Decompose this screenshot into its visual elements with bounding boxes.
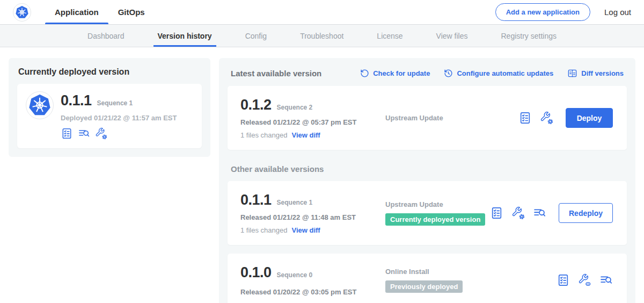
view-diff-link[interactable]: View diff <box>291 131 320 139</box>
top-nav: Application GitOps Add a new application… <box>0 0 644 25</box>
version-source-label: Online Install <box>385 268 557 276</box>
diff-versions-label: Diff versions <box>581 69 624 77</box>
kubernetes-logo-icon <box>28 93 52 117</box>
refresh-icon <box>360 69 369 78</box>
add-application-button[interactable]: Add a new application <box>495 3 590 21</box>
release-notes-icon[interactable] <box>61 127 73 140</box>
config-icon[interactable] <box>540 111 553 125</box>
app-sub-nav: Dashboard Version history Config Trouble… <box>0 25 644 47</box>
top-tabs: Application GitOps <box>45 0 155 24</box>
deployed-version-number: 0.1.1 <box>61 92 92 109</box>
diff-versions-link[interactable]: Diff versions <box>567 68 624 78</box>
version-number: 0.1.0 <box>240 264 272 281</box>
deployed-version-card: 0.1.1 Sequence 1 Deployed 01/21/22 @ 11:… <box>17 84 202 148</box>
config-icon[interactable] <box>511 206 525 220</box>
files-changed-label: 1 files changed <box>240 131 287 139</box>
released-timestamp: Released 01/21/22 @ 05:37 pm EST <box>240 118 379 126</box>
diff-icon <box>567 68 577 78</box>
config-icon[interactable] <box>95 127 107 140</box>
other-versions-title: Other available versions <box>231 164 624 174</box>
configure-automatic-updates-link[interactable]: Configure automatic updates <box>444 69 553 78</box>
tab-application[interactable]: Application <box>45 0 108 24</box>
version-number: 0.1.2 <box>240 97 272 113</box>
subnav-troubleshoot[interactable]: Troubleshoot <box>299 25 345 47</box>
subnav-registry-settings[interactable]: Registry settings <box>500 25 558 47</box>
check-for-update-label: Check for update <box>373 69 430 77</box>
version-number: 0.1.1 <box>240 192 272 208</box>
configure-automatic-updates-label: Configure automatic updates <box>457 69 553 77</box>
release-notes-icon[interactable] <box>518 111 532 125</box>
version-source-label: Upstream Update <box>385 200 490 208</box>
version-card-0-1-2: 0.1.2 Sequence 2 Released 01/21/22 @ 05:… <box>228 86 627 150</box>
version-card-0-1-0: 0.1.0 Sequence 0 Released 01/20/22 @ 03:… <box>228 254 627 303</box>
released-timestamp: Released 01/20/22 @ 03:05 pm EST <box>240 288 379 296</box>
kubernetes-logo-icon <box>15 5 29 19</box>
logout-button[interactable]: Log out <box>604 8 631 17</box>
currently-deployed-badge: Currently deployed version <box>385 213 485 226</box>
deployed-panel-title: Currently deployed version <box>18 67 201 77</box>
sequence-label: Sequence 1 <box>277 199 313 206</box>
app-icon <box>26 91 54 119</box>
view-diff-link[interactable]: View diff <box>291 226 320 234</box>
latest-version-title: Latest available version <box>231 69 321 78</box>
currently-deployed-panel: Currently deployed version 0.1.1 Sequenc… <box>9 58 210 157</box>
check-for-update-link[interactable]: Check for update <box>360 69 430 78</box>
subnav-dashboard[interactable]: Dashboard <box>86 25 126 47</box>
release-notes-icon[interactable] <box>490 206 503 220</box>
subnav-version-history[interactable]: Version history <box>157 25 213 47</box>
app-logo <box>13 0 31 24</box>
config-view-icon[interactable] <box>578 273 591 287</box>
deployed-timestamp: Deployed 01/21/22 @ 11:57 am EST <box>61 114 177 122</box>
subnav-license[interactable]: License <box>376 25 404 47</box>
schedule-update-icon <box>444 69 453 78</box>
release-notes-icon[interactable] <box>557 273 570 287</box>
preflight-checks-icon[interactable] <box>78 127 90 140</box>
subnav-config[interactable]: Config <box>244 25 268 47</box>
previously-deployed-badge: Previously deployed <box>385 280 463 293</box>
version-card-0-1-1: 0.1.1 Sequence 1 Released 01/21/22 @ 11:… <box>228 181 627 245</box>
version-source-label: Upstream Update <box>385 114 518 122</box>
preflight-checks-icon[interactable] <box>533 206 546 220</box>
deploy-button[interactable]: Deploy <box>566 108 613 128</box>
subnav-view-files[interactable]: View files <box>435 25 469 47</box>
sequence-label: Sequence 2 <box>277 104 313 111</box>
tab-gitops[interactable]: GitOps <box>108 0 155 24</box>
preflight-checks-icon[interactable] <box>599 273 613 287</box>
released-timestamp: Released 01/21/22 @ 11:48 am EST <box>240 213 379 221</box>
files-changed-label: 1 files changed <box>240 226 287 234</box>
redeploy-button[interactable]: Redeploy <box>559 203 613 223</box>
deployed-sequence-label: Sequence 1 <box>97 99 133 107</box>
sequence-label: Sequence 0 <box>277 271 313 279</box>
version-history-panel: Latest available version Check for updat… <box>219 58 635 303</box>
